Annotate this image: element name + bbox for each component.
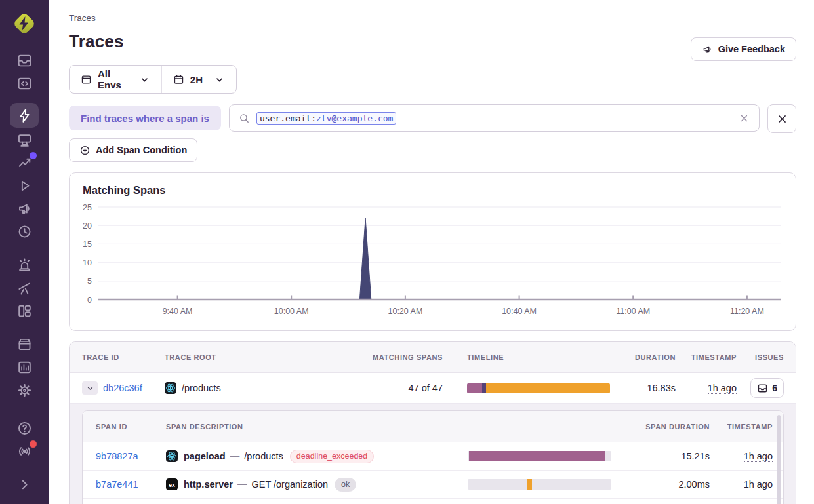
nav-feedback[interactable] [0,197,49,220]
trace-row: db26c36f /products 47 of 47 16.83s 1h ag… [70,373,796,404]
nav-insights[interactable] [0,151,49,174]
span-row: 9b78827a pageload—/productsdeadline_exce… [83,442,783,471]
nav-stats[interactable] [0,356,49,379]
nav-discover[interactable] [0,277,49,300]
nav-alerts[interactable] [0,254,49,277]
col-span-description: Span Description [166,423,468,431]
nav-traces[interactable] [0,103,49,128]
feedback-label: Give Feedback [718,44,785,54]
nav-issues[interactable] [0,49,49,72]
notification-dot [30,152,37,159]
add-span-condition-label: Add Span Condition [96,145,187,155]
siren-icon [10,253,39,278]
play-icon [10,174,39,199]
main-area: Traces Traces Give Feedback All Envs 2H [49,0,814,504]
trace-timeline-bar [467,383,610,393]
svg-text:0: 0 [87,296,92,305]
add-span-condition-button[interactable]: Add Span Condition [69,138,197,162]
clock-icon [10,220,39,244]
collapse-trace-icon[interactable] [82,381,98,395]
give-feedback-button[interactable]: Give Feedback [691,37,796,61]
span-row: b7a7e441 ex http.server—GET /organizatio… [83,471,783,499]
megaphone-icon [10,197,39,222]
svg-text:9:40 AM: 9:40 AM [163,307,193,316]
span-status-badge: deadline_exceeded [290,450,374,463]
sidebar-collapse-button[interactable] [0,473,49,496]
search-icon [239,113,250,124]
trace-root-name: /products [182,383,221,393]
svg-text:10:20 AM: 10:20 AM [388,307,422,316]
search-token-key: user.email: [260,113,316,123]
span-condition-label: Find traces where a span is [69,106,221,130]
remove-condition-button[interactable] [767,104,796,133]
nav-releases[interactable] [0,220,49,243]
issues-icon [757,383,768,394]
issues-count: 6 [772,383,777,393]
matching-spans-chart: 9:40 AM10:00 AM10:20 AM10:40 AM11:00 AM1… [70,203,793,328]
svg-text:25: 25 [83,203,92,212]
app-root: Traces Traces Give Feedback All Envs 2H [0,0,814,504]
svg-text:ex: ex [169,482,175,488]
span-description: /products [244,450,283,461]
environment-filter[interactable]: All Envs [70,66,161,93]
megaphone-icon [702,44,713,55]
col-trace-id: Trace ID [82,353,165,361]
date-range-filter[interactable]: 2H [162,66,236,93]
react-platform-icon [166,450,178,462]
col-timestamp: Timestamp [676,353,737,361]
col-span-id: Span ID [96,423,166,431]
sentry-logo[interactable] [11,10,37,37]
express-platform-icon: ex [166,478,178,490]
breadcrumb[interactable]: Traces [69,0,96,23]
nav-broadcast[interactable] [0,440,49,463]
span-id-link[interactable]: b7a7e441 [96,479,138,490]
nav-boards[interactable] [0,300,49,322]
code-folder-icon [10,71,39,96]
span-op: http.server [184,478,233,489]
nav-settings[interactable] [0,379,49,402]
svg-text:15: 15 [83,240,92,249]
trace-timestamp[interactable]: 1h ago [708,383,737,394]
subtable-scrollbar[interactable] [777,415,781,504]
nav-projects[interactable] [0,333,49,356]
clear-search-icon[interactable] [739,113,750,124]
svg-text:10: 10 [83,258,92,267]
span-op: pageload [184,450,226,461]
search-token-value: ztv@example.com [316,113,393,123]
environment-filter-label: All Envs [98,68,133,90]
react-platform-icon [165,382,176,394]
search-token[interactable]: user.email:ztv@example.com [256,112,397,125]
notification-dot [30,440,37,448]
span-timestamp[interactable]: 1h ago [744,451,773,462]
span-timestamp[interactable]: 1h ago [744,479,773,490]
span-status-badge: ok [335,478,356,492]
svg-text:10:00 AM: 10:00 AM [274,307,309,316]
span-id-link[interactable]: 9b78827a [96,451,138,461]
nav-dashboards[interactable] [0,128,49,151]
nav-help[interactable] [0,417,49,440]
svg-text:11:00 AM: 11:00 AM [616,307,650,316]
chevron-down-icon [214,74,225,85]
nav-replays[interactable] [0,174,49,197]
col-span-duration: Span Duration [611,423,710,431]
span-search-input[interactable]: user.email:ztv@example.com [229,104,760,132]
close-icon [777,113,788,125]
traces-table: Trace ID Trace Root Matching Spans Timel… [69,341,796,504]
page-filter-bar: All Envs 2H [69,65,237,94]
col-duration: Duration [610,353,676,361]
svg-text:20: 20 [83,222,92,231]
span-duration-bar [468,451,611,461]
separator: — [237,478,247,489]
svg-text:5: 5 [87,277,92,286]
page-header: Traces Traces Give Feedback [49,0,814,52]
span-description: GET /organization [251,478,328,489]
trace-id-link[interactable]: db26c36f [103,383,142,393]
projector-icon [10,128,39,153]
nav-explore[interactable] [0,72,49,95]
traces-table-header: Trace ID Trace Root Matching Spans Timel… [70,342,796,373]
trace-issues-button[interactable]: 6 [750,378,784,398]
expanded-trace-region: Span ID Span Description Span Duration T… [70,404,796,504]
layout-icon [10,299,39,324]
spans-subtable-header: Span ID Span Description Span Duration T… [83,411,783,442]
plus-circle-icon [79,145,91,156]
